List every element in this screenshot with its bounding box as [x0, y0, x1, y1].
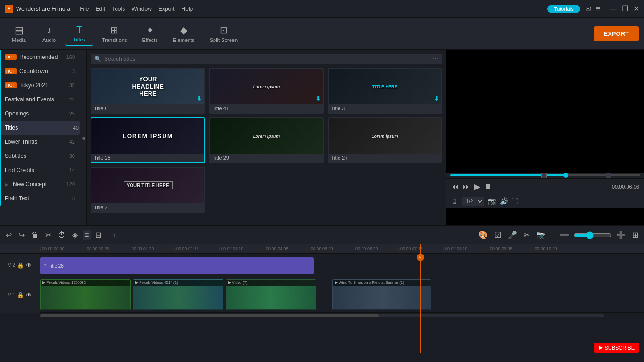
tl-zoom-out[interactable]: ➖ — [558, 230, 571, 240]
titles-panel: 🔍 ⋯ YOURHEADLINEHERE ⬇ Title 6 Lorem ips… — [87, 50, 446, 225]
range-in-marker[interactable] — [541, 173, 547, 178]
video-clip-4-thumb — [333, 286, 431, 309]
minimize-button[interactable]: — — [610, 5, 617, 13]
sidebar-item-tokyo[interactable]: HOT Tokyo 2021 35 — [0, 78, 80, 92]
preview-snapshot[interactable]: 📷 — [488, 197, 496, 205]
title-card-title27[interactable]: Lorem ipsum Title 27 — [328, 117, 442, 163]
tl-duration[interactable]: ⏱ — [56, 230, 67, 240]
preview-prev-frame[interactable]: ⏭ — [462, 182, 470, 191]
search-input[interactable] — [104, 56, 433, 62]
download-icon-title41[interactable]: ⬇ — [315, 95, 321, 102]
preview-play[interactable]: ▶ — [474, 181, 480, 192]
tutorials-button[interactable]: Tutorials — [547, 5, 580, 13]
menu-file[interactable]: File — [80, 6, 89, 12]
title-card-title3[interactable]: TITLE HERE ⬇ Title 3 — [328, 68, 442, 114]
tl-trim[interactable]: ✂ — [522, 230, 532, 240]
tl-marker[interactable]: ◈ — [70, 230, 80, 240]
sidebar-item-end-credits[interactable]: End Credits 14 — [0, 163, 80, 177]
subscribe-label: SUBSCRIBE — [604, 345, 635, 351]
title-card-title29[interactable]: Lorem Ipsum Title 29 — [209, 117, 323, 163]
tl-sep2 — [553, 231, 553, 239]
track-eye-icon-v1[interactable]: 👁 — [26, 292, 32, 298]
title2-thumb-text: YOUR TITLE HERE — [124, 181, 173, 189]
youtube-subscribe-badge[interactable]: ▶ SUBSCRIBE — [594, 343, 639, 353]
sidebar-item-titles[interactable]: Titles 40 — [0, 121, 80, 135]
preview-monitor-icon[interactable]: 🖥 — [451, 197, 458, 205]
tl-zoom-slider[interactable] — [574, 231, 611, 239]
preview-skip-back[interactable]: ⏮ — [451, 182, 459, 191]
sidebar-label-tokyo: Tokyo 2021 — [19, 82, 48, 89]
collapse-icon: ◀ — [82, 135, 85, 140]
title-card-title2[interactable]: YOUR TITLE HERE Title 2 — [91, 167, 205, 213]
toolbar-media[interactable]: ▤ Media — [5, 22, 33, 46]
toolbar-effects[interactable]: ✦ Effects — [135, 22, 164, 46]
video-clip-2[interactable]: ▶ Pexels Videos 4514 (1) — [133, 279, 223, 310]
menu-help[interactable]: Help — [182, 6, 193, 12]
grid-options-icon[interactable]: ⋯ — [433, 56, 438, 62]
menu-window[interactable]: Window — [132, 6, 152, 12]
export-button[interactable]: EXPORT — [594, 26, 639, 41]
quality-select[interactable]: 1/2 1/4 Full — [462, 197, 484, 206]
title-clip-track[interactable]: T Title 28 — [40, 257, 314, 274]
preview-stop[interactable]: ⏹ — [484, 182, 492, 191]
list-icon[interactable]: ≡ — [596, 5, 600, 13]
menu-edit[interactable]: Edit — [96, 6, 106, 12]
title-card-title6[interactable]: YOURHEADLINEHERE ⬇ Title 6 — [91, 68, 205, 114]
menu-bar: File Edit Tools Window Export Help — [80, 6, 547, 12]
tl-check[interactable]: ☑ — [493, 230, 503, 240]
tl-color[interactable]: 🎨 — [477, 230, 490, 240]
sidebar-count-subtitles: 30 — [69, 153, 75, 159]
toolbar-split-screen[interactable]: ⊡ Split Screen — [203, 22, 244, 46]
scrollbar-track[interactable] — [40, 314, 604, 317]
sidebar-item-subtitles[interactable]: Subtitles 30 — [0, 149, 80, 163]
maximize-button[interactable]: ❐ — [622, 4, 628, 13]
sidebar-item-plain-text[interactable]: Plain Text 8 — [0, 191, 80, 206]
timeline-scrollbar[interactable] — [0, 313, 644, 318]
titles-grid: YOURHEADLINEHERE ⬇ Title 6 Lorem ipsum ⬇… — [91, 68, 442, 213]
tl-track-layout[interactable]: ⊟ — [93, 230, 103, 240]
preview-progress-bar[interactable] — [450, 174, 640, 176]
preview-fullscreen[interactable]: ⛶ — [512, 197, 518, 205]
track-v1: V 1 🔒 👁 ▶ Pexels Videos 1550082 ▶ Pexels… — [0, 277, 644, 313]
tl-record[interactable]: 🎤 — [506, 230, 519, 240]
download-icon-title6[interactable]: ⬇ — [197, 95, 202, 102]
sidebar-item-lower-thirds[interactable]: Lower Thirds 42 — [0, 135, 80, 149]
tl-undo[interactable]: ↩ — [4, 230, 14, 240]
tick-11: 00:00:10:00 — [533, 247, 578, 251]
tl-redo[interactable]: ↪ — [17, 230, 26, 240]
sidebar-item-countdown[interactable]: HOT Countdown 3 — [0, 64, 80, 78]
tl-cut[interactable]: ✂ — [43, 230, 53, 240]
sidebar-item-openings[interactable]: Openings 25 — [0, 107, 80, 121]
tl-snapshot[interactable]: 📷 — [535, 230, 548, 240]
panel-collapse-arrow[interactable]: ◀ — [80, 50, 87, 225]
scrollbar-thumb[interactable] — [40, 314, 379, 317]
video-clip-1[interactable]: ▶ Pexels Videos 1550082 — [40, 279, 131, 310]
menu-tools[interactable]: Tools — [112, 6, 125, 12]
video-clip-4[interactable]: ▶ Wind Turbines on a Field at Sunrise (1… — [332, 279, 431, 310]
sidebar-item-new-concept[interactable]: ▶ New Concept 120 — [0, 177, 80, 191]
mail-icon[interactable]: ✉ — [585, 4, 591, 13]
preview-volume[interactable]: 🔊 — [500, 197, 508, 205]
sidebar-item-recommended[interactable]: HOT Recommended 160 — [0, 50, 80, 64]
title27-thumb-text: Lorem ipsum — [372, 134, 398, 139]
toolbar-audio[interactable]: ♪ Audio — [35, 22, 63, 46]
menu-export[interactable]: Export — [158, 6, 175, 12]
toolbar-transitions[interactable]: ⊞ Transitions — [95, 22, 133, 46]
tl-delete[interactable]: 🗑 — [29, 230, 41, 240]
download-icon-title3[interactable]: ⬇ — [434, 95, 439, 102]
sidebar-item-festival[interactable]: Festival and Events 22 — [0, 92, 80, 107]
title-card-title41[interactable]: Lorem ipsum ⬇ Title 41 — [209, 68, 323, 114]
track-lock-icon-v2[interactable]: 🔒 — [17, 262, 24, 269]
close-button[interactable]: ✕ — [633, 4, 639, 13]
tl-fit[interactable]: ⊞ — [630, 230, 640, 240]
track-eye-icon-v2[interactable]: 👁 — [26, 262, 32, 269]
tl-cursor-label: ↕ — [113, 232, 116, 238]
title-card-title28[interactable]: LOREM IPSUM Title 28 — [91, 117, 205, 163]
range-out-marker[interactable] — [606, 173, 611, 178]
toolbar-elements[interactable]: ◆ Elements — [166, 22, 201, 46]
toolbar-titles[interactable]: T Titles — [65, 22, 93, 46]
tl-split[interactable]: ≡ — [83, 230, 91, 240]
tl-zoom-in[interactable]: ➕ — [614, 230, 627, 240]
track-lock-icon-v1[interactable]: 🔒 — [17, 292, 24, 298]
video-clip-3[interactable]: ▶ Video (7) — [226, 279, 316, 310]
